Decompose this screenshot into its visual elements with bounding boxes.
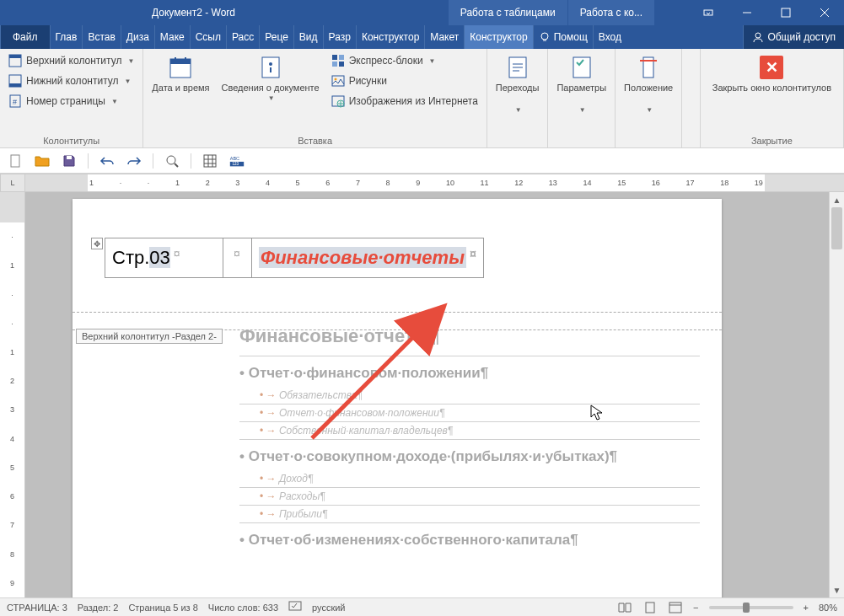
svg-point-26 [334,78,336,81]
svg-rect-23 [332,62,337,67]
new-doc-icon [8,154,22,168]
window-maximize-button[interactable] [766,0,805,25]
undo-icon [99,154,115,168]
ribbon-group-label: Закрытие [706,136,838,146]
tab-references[interactable]: Ссыл [190,25,226,49]
header-cell-empty[interactable]: ¤ [223,238,252,278]
svg-point-35 [167,156,175,164]
status-words[interactable]: Число слов: 633 [208,603,278,613]
print-preview-button[interactable] [164,153,180,169]
close-header-footer-button[interactable]: ✕Закрыть окно колонтитулов [706,52,838,136]
table-move-handle[interactable]: ✥ [91,238,103,249]
header-cell-page[interactable]: Стр.03¤ [105,238,223,278]
abc-button[interactable]: ABC123 [228,153,245,169]
tab-file[interactable]: Файл [0,25,50,49]
picture-icon [331,74,345,88]
dropdown-arrow-icon: ▼ [268,94,275,102]
header-button[interactable]: Верхний колонтитул▼ [5,52,137,69]
tab-header-design[interactable]: Конструктор [464,25,532,49]
svg-rect-34 [67,156,72,159]
status-section[interactable]: Раздел: 2 [78,603,119,613]
context-tab-tables[interactable]: Работа с таблицами [449,0,568,25]
status-proofing-icon[interactable] [288,601,302,614]
window-close-button[interactable] [805,0,844,25]
options-button[interactable]: Параметры▼ [553,52,610,136]
blocks-icon [331,54,345,67]
ribbon-group-position: Положение▼ [616,49,682,147]
table-button[interactable] [202,153,218,169]
zoom-slider-thumb[interactable] [743,603,750,613]
tab-view[interactable]: Вид [293,25,323,49]
pictures-button[interactable]: Рисунки [328,72,481,89]
tab-mailings[interactable]: Расс [226,25,259,49]
tab-developer[interactable]: Разр [323,25,356,49]
calendar-icon [167,54,194,81]
tab-table-layout[interactable]: Макет [424,25,464,49]
zoom-in-button[interactable]: + [804,603,809,613]
page-number-icon: # [8,94,22,108]
tab-layout[interactable]: Маке [154,25,190,49]
svg-rect-21 [332,55,337,60]
scroll-thumb[interactable] [831,207,842,249]
tab-insert[interactable]: Встав [82,25,120,49]
header-cell-title[interactable]: Финансовые·отчеты¤ [252,238,484,278]
redo-icon [126,154,142,168]
svg-point-7 [755,33,761,38]
doc-heading-2: Отчет·о·совокупном·доходе·(прибылях·и·уб… [239,448,700,465]
statusbar: СТРАНИЦА: 3 Раздел: 2 Страница 5 из 8 Чи… [0,597,844,616]
redo-button[interactable] [126,153,142,169]
ruler-vertical[interactable]: ·1··123456789 [0,192,25,597]
undo-button[interactable] [99,153,116,169]
save-button[interactable] [61,153,78,169]
ribbon-options-icon[interactable] [689,0,728,25]
view-web-button[interactable] [668,600,683,615]
ruler-horizontal[interactable]: 1··12345678910111213141516171819 [25,174,844,192]
tell-me-button[interactable]: Помощ [533,25,593,49]
svg-rect-2 [782,8,790,17]
navigation-button[interactable]: Переходы▼ [492,52,543,136]
tab-design[interactable]: Диза [121,25,154,49]
page[interactable]: ✥ Стр.03¤ ¤ Финансовые·отчеты¤ Верхний к… [73,199,722,603]
svg-rect-33 [11,155,19,167]
view-read-button[interactable] [617,600,632,615]
tab-review[interactable]: Реце [259,25,293,49]
doc-bullet: Доход¶ [239,470,700,488]
view-print-button[interactable] [642,600,658,615]
quick-parts-button[interactable]: Экспресс-блоки▼ [328,52,481,69]
window-minimize-button[interactable] [728,0,766,25]
new-doc-button[interactable] [7,153,24,169]
cell-mark-icon: ¤ [174,247,180,260]
svg-text:#: # [13,98,17,106]
page-number-button[interactable]: #Номер страницы▼ [5,93,137,110]
zoom-slider[interactable] [709,606,793,609]
svg-point-19 [269,62,272,66]
doc-heading-2: Отчет·о·финансовом·положении¶ [239,365,700,382]
svg-rect-47 [646,603,654,613]
open-button[interactable] [34,153,51,169]
share-button[interactable]: Общий доступ [743,25,844,49]
tab-home[interactable]: Глав [50,25,83,49]
zoom-out-button[interactable]: − [693,603,698,613]
header-table[interactable]: Стр.03¤ ¤ Финансовые·отчеты¤ [105,238,484,278]
tab-table-design[interactable]: Конструктор [356,25,424,49]
doc-info-button[interactable]: Сведения о документе▼ [218,52,323,136]
status-language[interactable]: русский [312,603,345,613]
footer-button[interactable]: Нижний колонтитул▼ [5,72,137,89]
scroll-up-button[interactable]: ▲ [830,192,844,207]
dropdown-arrow-icon: ▼ [429,57,436,65]
ribbon-group-label: Вставка [148,136,481,146]
status-pages[interactable]: Страница 5 из 8 [128,603,197,613]
scroll-down-button[interactable]: ▼ [830,582,844,597]
date-time-button[interactable]: Дата и время [148,52,212,136]
ruler-corner[interactable]: L [0,174,25,192]
zoom-level[interactable]: 80% [819,603,837,613]
footer-icon [8,74,22,88]
status-page[interactable]: СТРАНИЦА: 3 [7,603,67,613]
ribbon: Верхний колонтитул▼ Нижний колонтитул▼ #… [0,49,844,148]
online-pictures-button[interactable]: Изображения из Интернета [328,93,481,110]
position-button[interactable]: Положение▼ [621,52,676,136]
svg-line-36 [175,163,178,167]
vertical-scrollbar[interactable]: ▲ ▼ [829,192,844,597]
context-tab-headers[interactable]: Работа с ко... [568,0,655,25]
signin-button[interactable]: Вход [593,25,626,49]
